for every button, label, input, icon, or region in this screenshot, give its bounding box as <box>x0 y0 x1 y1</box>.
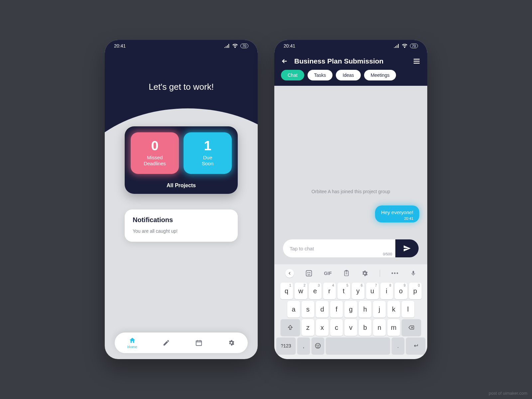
status-bar: 20:41 70 <box>274 40 427 52</box>
key-v[interactable]: v <box>344 319 357 336</box>
key-h[interactable]: h <box>359 301 371 318</box>
nav-edit[interactable] <box>163 339 170 346</box>
wifi-icon <box>232 44 238 48</box>
wifi-icon <box>402 44 407 48</box>
tab-meetings[interactable]: Meetings <box>364 70 396 80</box>
nav-calendar[interactable] <box>195 339 202 346</box>
comma-key[interactable]: , <box>297 337 310 354</box>
chat-input-row: Tap to chat 0/500 <box>283 239 419 257</box>
key-u[interactable]: u7 <box>366 283 379 299</box>
notifications-card[interactable]: Notifications You are all caught up! <box>125 209 238 242</box>
char-count: 0/500 <box>383 252 392 256</box>
svg-point-14 <box>316 343 321 348</box>
enter-key[interactable] <box>406 337 425 354</box>
kb-back-icon[interactable] <box>285 269 294 278</box>
key-j[interactable]: j <box>373 301 386 318</box>
send-button[interactable] <box>395 239 419 257</box>
tab-ideas[interactable]: Ideas <box>336 70 360 80</box>
key-m[interactable]: m <box>387 319 400 336</box>
pencil-icon <box>163 339 170 346</box>
key-k[interactable]: k <box>387 301 400 318</box>
svg-point-8 <box>308 272 308 273</box>
key-e[interactable]: e3 <box>309 283 322 299</box>
key-b[interactable]: b <box>359 319 371 336</box>
backspace-key[interactable] <box>402 319 421 336</box>
bubble-time: 20:41 <box>381 216 413 220</box>
key-a[interactable]: a <box>287 301 300 318</box>
bubble-text: Hey everyone! <box>381 209 413 215</box>
system-message: Orbitee A has joined this project group <box>274 189 427 194</box>
key-n[interactable]: n <box>373 319 386 336</box>
key-z[interactable]: z <box>302 319 314 336</box>
key-d[interactable]: d <box>316 301 329 318</box>
keyboard-row-1: q1w2e3r4t5y6u7i8o9p0 <box>276 283 425 299</box>
keyboard-row-4: ?123 , . <box>276 337 425 354</box>
period-key[interactable]: . <box>392 337 404 354</box>
svg-point-9 <box>310 272 310 273</box>
battery-icon: 70 <box>240 44 248 48</box>
backspace-icon <box>408 325 415 331</box>
back-icon[interactable] <box>281 58 288 65</box>
chat-tabs: Chat Tasks Ideas Meetings <box>281 70 421 80</box>
key-x[interactable]: x <box>316 319 329 336</box>
missed-label: MissedDeadlines <box>133 155 176 167</box>
battery-icon: 70 <box>410 44 418 48</box>
menu-icon[interactable] <box>413 57 421 65</box>
emoji-key[interactable] <box>312 337 324 354</box>
send-icon <box>403 244 411 252</box>
chat-header: Business Plan Submission Chat Tasks Idea… <box>274 52 427 86</box>
key-c[interactable]: c <box>330 319 343 336</box>
status-icons: 70 <box>394 44 418 48</box>
key-r[interactable]: r4 <box>323 283 336 299</box>
nav-home-label: Home <box>127 345 137 349</box>
greeting-text: Let's get to work! <box>105 52 258 92</box>
divider <box>380 270 380 277</box>
stats-card[interactable]: 0 MissedDeadlines 1 DueSoon All Projects <box>125 126 238 194</box>
tab-chat[interactable]: Chat <box>281 70 304 80</box>
chat-title: Business Plan Submission <box>294 57 407 65</box>
key-g[interactable]: g <box>344 301 357 318</box>
chat-placeholder: Tap to chat <box>290 246 314 251</box>
keyboard: GIF ••• q1w2e3r4t5y6u7i8o9p0 asdfghjkl z… <box>274 264 427 359</box>
status-time: 20:41 <box>284 43 295 49</box>
shift-key[interactable] <box>281 319 300 336</box>
sticker-icon[interactable] <box>305 270 313 277</box>
svg-point-16 <box>319 345 319 346</box>
gear-icon[interactable] <box>361 270 368 277</box>
tab-tasks[interactable]: Tasks <box>308 70 333 80</box>
due-soon-stat[interactable]: 1 DueSoon <box>184 132 232 174</box>
key-q[interactable]: q1 <box>280 283 293 299</box>
key-s[interactable]: s <box>302 301 314 318</box>
gear-icon <box>228 339 235 346</box>
more-icon[interactable]: ••• <box>391 270 399 276</box>
bottom-nav: Home <box>115 332 248 353</box>
space-key[interactable] <box>326 337 390 354</box>
chat-input[interactable]: Tap to chat 0/500 <box>283 239 395 257</box>
enter-icon <box>412 343 419 349</box>
symbols-key[interactable]: ?123 <box>276 337 296 354</box>
gif-button[interactable]: GIF <box>324 271 332 276</box>
status-time: 20:41 <box>114 43 126 49</box>
shift-icon <box>287 325 293 331</box>
key-y[interactable]: y6 <box>352 283 364 299</box>
missed-count: 0 <box>133 138 176 153</box>
chat-bubble[interactable]: Hey everyone! 20:41 <box>375 205 419 222</box>
calendar-icon <box>195 339 202 346</box>
watermark: post of uimaker.com <box>489 391 527 396</box>
key-l[interactable]: l <box>402 301 414 318</box>
key-p[interactable]: p0 <box>409 283 422 299</box>
clipboard-icon[interactable] <box>343 270 350 277</box>
mic-icon[interactable] <box>410 270 416 277</box>
signal-icon <box>394 44 399 48</box>
svg-rect-0 <box>196 341 201 346</box>
nav-home[interactable]: Home <box>127 337 137 349</box>
all-projects-link[interactable]: All Projects <box>131 179 232 194</box>
key-i[interactable]: i8 <box>380 283 393 299</box>
missed-deadlines-stat[interactable]: 0 MissedDeadlines <box>131 132 179 174</box>
nav-settings[interactable] <box>228 339 235 346</box>
key-w[interactable]: w2 <box>295 283 307 299</box>
keyboard-row-3: zxcvbnm <box>276 319 425 336</box>
key-t[interactable]: t5 <box>337 283 350 299</box>
key-f[interactable]: f <box>330 301 343 318</box>
key-o[interactable]: o9 <box>395 283 407 299</box>
